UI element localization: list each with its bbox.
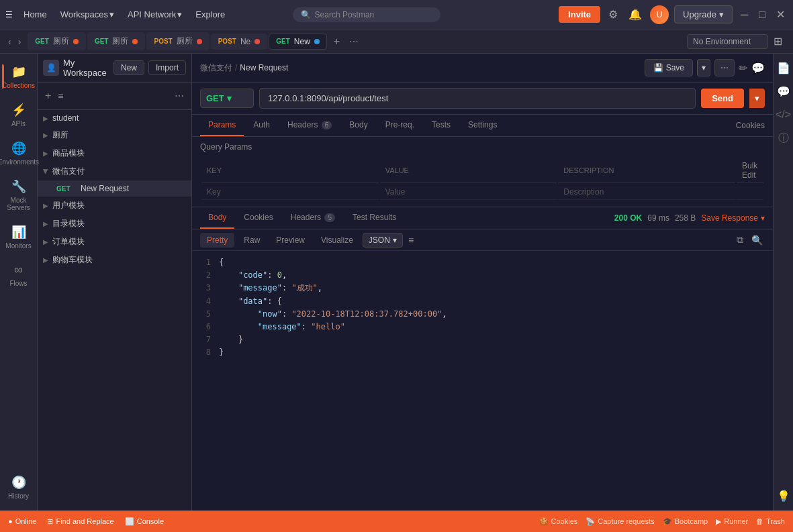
sidebar-item-apis[interactable]: ⚡ APIs [2,97,36,133]
send-dropdown-button[interactable]: ▾ [749,89,765,108]
console-button[interactable]: ⬜ Console [125,517,164,526]
docs-button[interactable]: 📄 [774,59,793,77]
url-input[interactable] [259,88,696,109]
code-button[interactable]: </> [773,106,793,123]
search-bar[interactable]: 🔍 Search Postman [293,7,440,22]
environment-select[interactable]: No Environment [687,34,768,49]
collection-orders[interactable]: ▶ 订单模块 [38,233,191,251]
environments-label: Environments [0,158,39,166]
search-button[interactable]: 🔍 [749,232,765,248]
format-select[interactable]: JSON ▾ [363,233,403,248]
collection-wechat-pay[interactable]: ▶ 微信支付 [38,162,191,180]
param-key-input[interactable] [207,187,373,197]
response-tab-test-results[interactable]: Test Results [344,207,404,229]
mock-servers-icon: 🔧 [11,179,26,194]
collection-name: 商品模块 [52,148,186,159]
capture-requests-button[interactable]: 📡 Capture requests [586,517,654,526]
collection-products[interactable]: ▶ 商品模块 [38,144,191,162]
response-tab-headers[interactable]: Headers 5 [283,207,343,229]
cookies-button[interactable]: 🍪 Cookies [539,517,578,526]
tab-tests[interactable]: Tests [424,115,459,136]
tab-menu-button[interactable]: ⋯ [346,34,361,50]
invite-button[interactable]: Invite [559,6,600,23]
code-line-5: 5 "now": "2022-10-18T12:08:37.782+00:00"… [200,308,765,321]
bootcamp-button[interactable]: 🎓 Bootcamp [663,517,708,526]
trash-button[interactable]: 🗑 Trash [756,517,785,525]
home-link[interactable]: Home [18,7,52,22]
response-tab-body[interactable]: Body [200,207,234,229]
param-value-input[interactable] [385,187,552,197]
bulk-edit-button[interactable]: Bulk Edit [742,161,757,180]
edit-button[interactable]: ✏ [739,62,747,74]
tab-settings[interactable]: Settings [460,115,505,136]
hamburger-icon[interactable]: ☰ [5,10,13,19]
api-network-dropdown[interactable]: API Network ▾ [122,7,187,22]
find-replace-button[interactable]: ⊞ Find and Replace [47,517,113,526]
request-tab-5[interactable]: GET New [269,34,327,50]
body-tab-visualize[interactable]: Visualize [314,233,360,248]
collection-catalog[interactable]: ▶ 目录模块 [38,215,191,233]
sidebar-item-history[interactable]: 🕐 History [2,470,36,505]
flows-label: Flows [9,280,27,287]
new-button[interactable]: New [113,60,144,75]
tab-body[interactable]: Body [341,115,375,136]
runner-button[interactable]: ▶ Runner [716,517,748,526]
cookies-link[interactable]: Cookies [736,121,765,130]
response-tab-cookies[interactable]: Cookies [236,207,281,229]
param-desc-input[interactable] [563,187,730,197]
comment-button[interactable]: 💬 [751,62,765,74]
sidebar-item-environments[interactable]: 🌐 Environments [2,136,36,171]
copy-button[interactable]: ⧉ [735,232,745,248]
info-button[interactable]: ⓘ [776,129,792,148]
body-tab-raw[interactable]: Raw [237,233,267,248]
lightbulb-button[interactable]: 💡 [774,487,793,505]
tab-auth[interactable]: Auth [245,115,278,136]
bootcamp-icon: 🎓 [663,517,672,526]
body-tab-pretty[interactable]: Pretty [200,233,234,248]
bell-icon[interactable]: 🔔 [626,5,645,23]
collection-sub-new-request[interactable]: GET New Request [38,180,191,197]
chevron-down-icon: ▾ [227,93,232,103]
sidebar-item-flows[interactable]: ∞ Flows [2,258,36,292]
body-tab-preview[interactable]: Preview [269,233,312,248]
collection-student[interactable]: ▶ student [38,110,191,126]
avatar[interactable]: U [650,5,669,24]
tab-headers[interactable]: Headers 6 [279,115,340,136]
add-tab-button[interactable]: + [328,33,345,50]
more-options-button[interactable]: ⋯ [714,59,735,76]
tab-prev-button[interactable]: ‹ [5,34,14,50]
request-tab-4[interactable]: POST Ne [211,34,268,50]
save-button[interactable]: 💾 Save [645,59,693,76]
request-tab-2[interactable]: GET 厕所 [87,32,146,50]
layout-toggle-button[interactable]: ⊞ [771,32,785,50]
method-select[interactable]: GET ▾ [200,89,254,108]
tab-next-button[interactable]: › [15,34,24,50]
collection-cart[interactable]: ▶ 购物车模块 [38,251,191,269]
wrap-button[interactable]: ≡ [408,235,414,246]
send-button[interactable]: Send [701,89,744,108]
save-response-button[interactable]: Save Response ▾ [701,213,765,223]
sidebar-item-mock-servers[interactable]: 🔧 Mock Servers [2,174,36,217]
filter-button[interactable]: ≡ [56,89,65,103]
collection-cesuo[interactable]: ▶ 厕所 [38,126,191,144]
add-collection-button[interactable]: + [43,88,53,104]
sidebar-item-monitors[interactable]: 📊 Monitors [2,219,36,255]
settings-icon[interactable]: ⚙ [606,5,620,23]
more-options-button[interactable]: ⋯ [173,89,186,103]
close-button[interactable]: ✕ [774,5,788,23]
online-status[interactable]: ● Online [8,517,36,525]
explore-link[interactable]: Explore [190,7,230,22]
sidebar-item-collections[interactable]: 📁 Collections [2,59,36,95]
request-tab-3[interactable]: POST 厕所 [146,32,209,50]
comments-button[interactable]: 💬 [774,83,793,101]
import-button[interactable]: Import [148,60,186,75]
minimize-button[interactable]: ─ [738,6,751,23]
tab-params[interactable]: Params [200,115,244,136]
workspaces-dropdown[interactable]: Workspaces ▾ [55,7,120,22]
request-tab-1[interactable]: GET 厕所 [28,32,86,50]
collection-users[interactable]: ▶ 用户模块 [38,197,191,215]
maximize-button[interactable]: □ [756,6,768,23]
upgrade-button[interactable]: Upgrade ▾ [674,5,733,23]
save-dropdown-button[interactable]: ▾ [697,59,710,76]
tab-prereq[interactable]: Pre-req. [377,115,422,136]
